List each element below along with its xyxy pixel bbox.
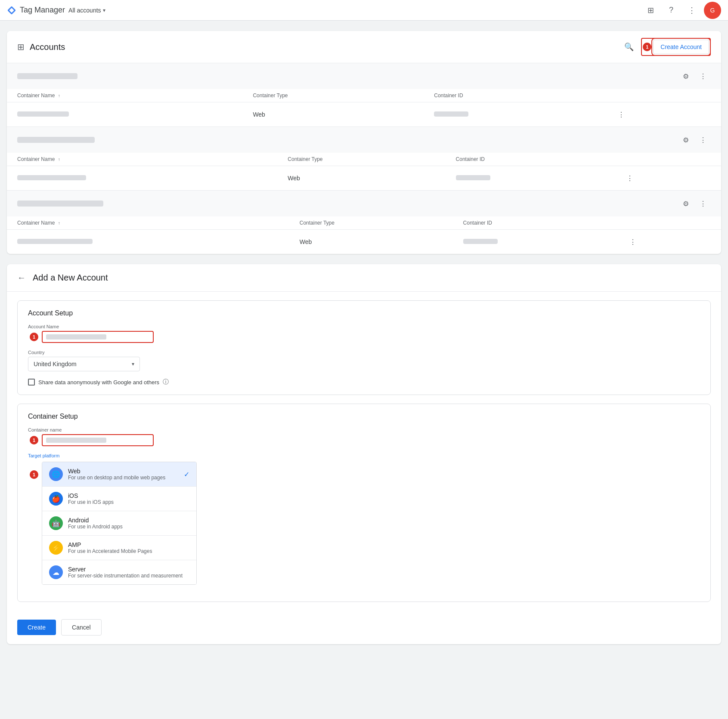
table-row: Web ⋮ (7, 230, 721, 254)
back-button[interactable]: ← (17, 273, 26, 283)
platform-name-server: Server (68, 566, 189, 573)
container-type-value-3: Web (289, 230, 453, 254)
country-field: Country United Kingdom ▾ (28, 350, 700, 371)
container-more-button-1[interactable]: ⋮ (613, 107, 629, 122)
create-button[interactable]: Create (17, 620, 56, 635)
create-account-badge: 1 (643, 43, 651, 51)
container-id-header-3: Container ID (453, 216, 615, 230)
account-name-blurred-3 (17, 201, 103, 207)
chevron-down-icon: ▾ (132, 361, 134, 367)
settings-icon-button-3[interactable]: ⚙ (678, 196, 694, 211)
container-name-input-value (46, 438, 106, 443)
container-id-value-1 (434, 111, 468, 117)
container-type-header-3: Container Type (289, 216, 453, 230)
more-options-icon-button[interactable]: ⋮ (683, 2, 700, 19)
chevron-down-icon: ▾ (103, 7, 105, 13)
country-value: United Kingdom (34, 361, 77, 367)
all-accounts-label: All accounts (68, 7, 101, 14)
container-name-badge: 1 (30, 436, 38, 444)
container-id-value-3 (463, 239, 498, 244)
container-id-header-2: Container ID (446, 153, 612, 166)
settings-icon-button-2[interactable]: ⚙ (678, 132, 694, 148)
container-setup-title: Container Setup (28, 413, 700, 420)
settings-icon-button-1[interactable]: ⚙ (678, 68, 694, 84)
share-data-checkbox-row: Share data anonymously with Google and o… (28, 378, 700, 386)
container-name-field-box (42, 434, 154, 446)
more-icon-button-1[interactable]: ⋮ (695, 68, 711, 84)
container-id-value-2 (456, 175, 490, 180)
sort-icon-1[interactable]: ↑ (58, 93, 60, 98)
container-name-field: Container name 1 (28, 427, 700, 446)
accounts-grid-icon: ⊞ (17, 42, 25, 52)
platform-desc-web: For use on desktop and mobile web pages (68, 475, 184, 481)
add-account-section: ← Add a New Account Account Setup Accoun… (7, 264, 721, 644)
create-account-wrapper: 1 Create Account (641, 38, 711, 56)
all-accounts-dropdown[interactable]: All accounts ▾ (68, 7, 105, 14)
app-logo (7, 6, 16, 15)
platform-name-ios: iOS (68, 492, 189, 499)
platform-info-amp: AMP For use in Accelerated Mobile Pages (68, 541, 189, 554)
platform-item-server[interactable]: ☁ Server For server-side instrumentation… (42, 560, 196, 584)
account-avatar-button[interactable]: G (704, 2, 721, 19)
platform-name-android: Android (68, 517, 189, 524)
platform-info-ios: iOS For use in iOS apps (68, 492, 189, 505)
account-actions-3: ⚙ ⋮ (678, 196, 711, 211)
container-name-header-1: Container Name ↑ (7, 89, 242, 102)
target-platform-field: Target platform 1 🌐 Web For use on deskt… (28, 453, 700, 586)
container-setup-card: Container Setup Container name 1 Target … (17, 404, 711, 602)
container-name-value-3 (17, 239, 93, 244)
account-name-blurred-1 (17, 73, 77, 79)
search-icon-button[interactable]: 🔍 (620, 38, 638, 56)
sort-icon-2[interactable]: ↑ (58, 157, 60, 162)
platform-info-web: Web For use on desktop and mobile web pa… (68, 468, 184, 481)
ios-icon: 🍎 (49, 492, 63, 506)
more-icon-button-2[interactable]: ⋮ (695, 132, 711, 148)
accounts-title: Accounts (30, 42, 620, 52)
country-select[interactable]: United Kingdom ▾ (28, 357, 140, 371)
platform-desc-amp: For use in Accelerated Mobile Pages (68, 548, 189, 554)
platform-check-web: ✓ (184, 470, 189, 478)
account-setup-title: Account Setup (28, 309, 700, 317)
account-name-field-box (42, 331, 154, 343)
account-name-badge: 1 (30, 333, 38, 341)
account-row-1: ⚙ ⋮ (7, 63, 721, 89)
add-account-header: ← Add a New Account (7, 264, 721, 292)
cancel-button[interactable]: Cancel (61, 619, 102, 636)
account-name-field: Account Name 1 (28, 324, 700, 343)
container-more-button-3[interactable]: ⋮ (625, 234, 641, 250)
create-account-button[interactable]: Create Account (653, 40, 709, 54)
container-table-1: Container Name ↑ Container Type Containe… (7, 89, 721, 127)
android-icon: 🤖 (49, 516, 63, 530)
container-type-header-2: Container Type (277, 153, 445, 166)
platform-info-android: Android For use in Android apps (68, 517, 189, 530)
share-data-checkbox[interactable] (28, 379, 35, 386)
account-name-blurred-2 (17, 137, 95, 143)
container-name-value-2 (17, 175, 86, 180)
account-name-input-value (46, 334, 106, 339)
sort-icon-3[interactable]: ↑ (58, 221, 60, 225)
accounts-panel: ⊞ Accounts 🔍 1 Create Account ⚙ ⋮ (7, 31, 721, 254)
account-block-1: ⚙ ⋮ Container Name ↑ Container Type Cont… (7, 63, 721, 127)
platform-item-android[interactable]: 🤖 Android For use in Android apps (42, 511, 196, 536)
container-name-value-1 (17, 111, 69, 117)
help-icon-button[interactable]: ? (663, 2, 680, 19)
info-icon[interactable]: ⓘ (163, 378, 169, 386)
account-name-label: Account Name (28, 324, 700, 329)
table-row: Web ⋮ (7, 102, 721, 127)
more-icon-button-3[interactable]: ⋮ (695, 196, 711, 211)
top-navigation: Tag Manager All accounts ▾ ⊞ ? ⋮ G (0, 0, 728, 21)
bottom-actions: Create Cancel (7, 611, 721, 644)
platform-item-web[interactable]: 🌐 Web For use on desktop and mobile web … (42, 462, 196, 487)
amp-icon: ⚡ (49, 541, 63, 555)
apps-icon-button[interactable]: ⊞ (642, 2, 659, 19)
container-name-label: Container name (28, 427, 700, 432)
top-nav-actions: ⊞ ? ⋮ G (642, 2, 721, 19)
platform-item-ios[interactable]: 🍎 iOS For use in iOS apps (42, 487, 196, 511)
accounts-header: ⊞ Accounts 🔍 1 Create Account (7, 31, 721, 63)
container-more-button-2[interactable]: ⋮ (622, 170, 638, 186)
app-name: Tag Manager (20, 6, 65, 15)
account-actions-2: ⚙ ⋮ (678, 132, 711, 148)
container-table-3: Container Name ↑ Container Type Containe… (7, 216, 721, 254)
platform-item-amp[interactable]: ⚡ AMP For use in Accelerated Mobile Page… (42, 536, 196, 560)
container-name-header-2: Container Name ↑ (7, 153, 277, 166)
